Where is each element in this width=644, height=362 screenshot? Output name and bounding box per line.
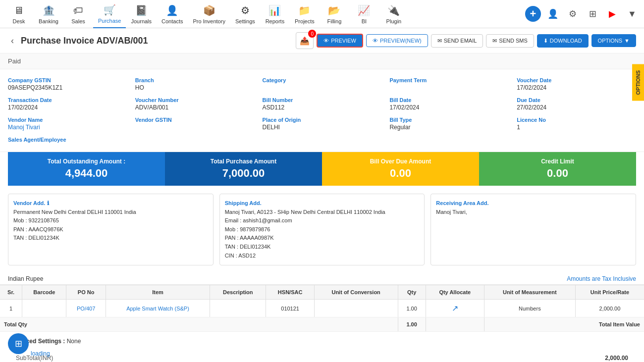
td-po-no[interactable]: PO/407 — [66, 300, 106, 317]
tax-inclusive-label: Amounts are Tax Inclusive — [567, 275, 636, 282]
sales-icon: 🏷 — [71, 3, 85, 17]
total-qty-allocate-empty — [426, 317, 484, 332]
person-icon-button[interactable]: 👤 — [545, 6, 561, 22]
nav-right: + 👤 ⚙ ⊞ ▶ ▼ — [525, 6, 640, 22]
field-bill-type: Bill Type Regular — [389, 117, 509, 131]
place-of-origin-value: DELHI — [263, 124, 382, 131]
download-button[interactable]: ⬇ DOWNLOAD — [537, 34, 589, 48]
nav-item-sales[interactable]: 🏷 Sales — [63, 0, 93, 28]
pro-inventory-icon: 📦 — [202, 3, 216, 17]
vendor-address-title[interactable]: Vendor Add. ℹ — [13, 199, 208, 208]
nav-item-settings[interactable]: ⚙ Settings — [230, 0, 260, 28]
field-payment-term: Payment Term — [389, 77, 509, 91]
main-scroll-area: ‹ Purchase Invoice ADV/AB/001 📤 0 👁 PREV… — [0, 28, 644, 362]
top-nav: 🖥 Desk 🏦 Banking 🏷 Sales 🛒 Purchase 📓 Jo… — [0, 0, 644, 28]
loading-label: loading — [31, 350, 50, 357]
preview-button[interactable]: 👁 PREVIEW — [317, 34, 363, 48]
nav-item-banking[interactable]: 🏦 Banking — [34, 0, 63, 28]
due-date-value: 27/02/2024 — [517, 104, 636, 111]
page-content: ‹ Purchase Invoice ADV/AB/001 📤 0 👁 PREV… — [0, 28, 644, 362]
bill-date-label: Bill Date — [389, 97, 509, 103]
nav-item-contacts[interactable]: 👤 Contacts — [157, 0, 188, 28]
td-qty: 1.00 — [398, 300, 426, 317]
send-sms-button[interactable]: ✉ SEND SMS — [486, 34, 534, 48]
receiving-address-title[interactable]: Receiving Area Add. — [436, 199, 631, 208]
card-purchase-value: 7,000.00 — [173, 167, 314, 180]
nav-label-plugin: Plugin — [386, 18, 402, 24]
totals-section: SubTotal(INR) 2,000.00 Rounding Amount(I… — [8, 351, 636, 362]
company-gstin-label: Company GSTIN — [8, 77, 127, 83]
nav-item-pro-inventory[interactable]: 📦 Pro Inventory — [188, 0, 230, 28]
shipping-cin: CIN : ASD12 — [225, 252, 420, 260]
shipping-address-link[interactable]: Shipping Add. — [225, 199, 262, 208]
th-unit-conversion: Unit of Conversion — [314, 285, 398, 300]
bill-number-value: ASD112 — [263, 104, 382, 111]
card-overdue-value: 0.00 — [330, 167, 471, 180]
card-credit-value: 0.00 — [487, 167, 628, 180]
back-button[interactable]: ‹ — [8, 35, 17, 47]
place-of-origin-label: Place of Origin — [263, 117, 382, 123]
field-vendor-gstin: Vendor GSTIN — [135, 117, 255, 131]
filling-icon: 📂 — [327, 3, 341, 17]
upload-button[interactable]: 📤 0 — [296, 32, 314, 49]
field-bill-date: Bill Date 17/02/2024 — [389, 97, 509, 111]
page-title: Purchase Invoice ADV/AB/001 — [21, 36, 292, 46]
nav-item-desk[interactable]: 🖥 Desk — [4, 0, 34, 28]
total-item-value-label: Total Item Value — [484, 317, 644, 332]
settings-icon: ⚙ — [238, 3, 252, 17]
info-icon: ℹ — [47, 199, 49, 208]
advanced-value: None — [67, 338, 81, 345]
voucher-number-label: Voucher Number — [135, 97, 255, 103]
field-vendor-name: Vendor Name Manoj Tivari — [8, 117, 127, 131]
add-button[interactable]: + — [525, 6, 541, 22]
status-text: Paid — [8, 57, 21, 65]
send-email-button[interactable]: ✉ SEND EMAIL — [431, 34, 483, 48]
bill-type-value: Regular — [389, 124, 509, 131]
voucher-number-value: ADV/AB/001 — [135, 104, 255, 111]
card-outstanding: Total Outstanding Amount : 4,944.00 — [8, 152, 165, 186]
shipping-address-title[interactable]: Shipping Add. — [225, 199, 420, 208]
td-unit-conversion — [314, 300, 398, 317]
td-barcode — [22, 300, 66, 317]
shipping-address-box: Shipping Add. Manoj Tivari, A0123 - SHip… — [219, 194, 425, 265]
youtube-button[interactable]: ▶ — [604, 6, 620, 22]
vendor-name-value[interactable]: Manoj Tivari — [8, 124, 127, 131]
download-label: DOWNLOAD — [550, 38, 582, 44]
card-outstanding-label: Total Outstanding Amount : — [16, 158, 157, 165]
shipping-email: Email : ashish1@gmail.com — [225, 216, 420, 225]
plugin-icon: 🔌 — [387, 3, 401, 17]
email-icon: ✉ — [437, 38, 442, 44]
gear-icon-button[interactable]: ⚙ — [565, 6, 581, 22]
card-credit-label: Credit Limit — [487, 158, 628, 165]
options-sidebar[interactable]: OPTIONS — [632, 64, 644, 101]
options-button[interactable]: OPTIONS ▼ — [591, 34, 636, 47]
vendor-address-link[interactable]: Vendor Add. — [13, 199, 45, 208]
td-qty-allocate[interactable]: ↗ — [426, 300, 484, 317]
loading-button[interactable]: ⊞ — [8, 333, 29, 354]
expand-button[interactable]: ▼ — [624, 6, 640, 22]
nav-item-bi[interactable]: 📈 BI — [349, 0, 379, 28]
grid-icon-button[interactable]: ⊞ — [585, 6, 600, 22]
nav-item-purchase[interactable]: 🛒 Purchase — [93, 0, 126, 28]
advanced-section: Advanced Settings : None — [0, 332, 644, 351]
nav-item-plugin[interactable]: 🔌 Plugin — [379, 0, 409, 28]
nav-item-projects[interactable]: 📁 Projects — [290, 0, 320, 28]
preview-new-button[interactable]: 👁 PREVIEW(NEW) — [366, 34, 428, 47]
company-gstin-value: 09ASEPQ2345K1Z1 — [8, 84, 127, 91]
vendor-tan: TAN : DELI01234K — [13, 234, 208, 243]
currency-line: Indian Rupee Amounts are Tax Inclusive — [0, 273, 644, 285]
receiving-address-link[interactable]: Receiving Area Add. — [436, 199, 488, 208]
td-item[interactable]: Apple Smart Watch (S&P) — [106, 300, 210, 317]
field-place-of-origin: Place of Origin DELHI — [263, 117, 382, 131]
sales-agent-label: Sales Agent/Employee — [8, 137, 127, 143]
bill-date-value: 17/02/2024 — [389, 104, 509, 111]
vendor-address-line1: Permanent New Delhi Central DELHI 110001… — [13, 208, 208, 217]
nav-item-filling[interactable]: 📂 Filling — [320, 0, 349, 28]
card-credit: Credit Limit 0.00 — [479, 152, 636, 186]
nav-label-banking: Banking — [39, 18, 58, 24]
transaction-date-value: 17/02/2024 — [8, 104, 127, 111]
nav-item-reports[interactable]: 📊 Reports — [260, 0, 290, 28]
nav-item-journals[interactable]: 📓 Journals — [126, 0, 157, 28]
due-date-label: Due Date — [517, 97, 636, 103]
th-qty-allocate: Qty Allocate — [426, 285, 484, 300]
